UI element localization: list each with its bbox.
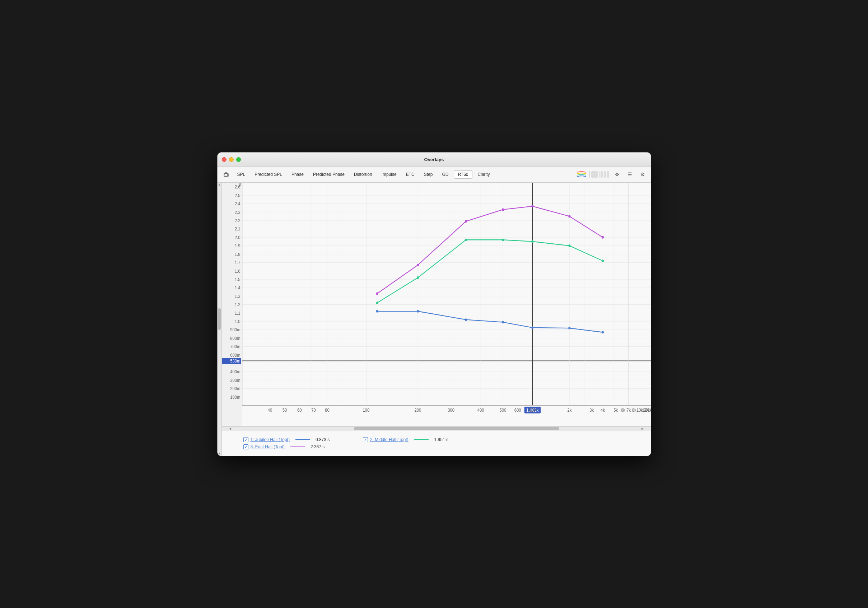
h-scrollbar[interactable]: ◀ ▶ [222, 426, 651, 431]
svg-text:300: 300 [448, 407, 454, 413]
svg-text:2.4: 2.4 [234, 201, 240, 206]
svg-text:1.2: 1.2 [234, 302, 240, 307]
svg-point-93 [416, 263, 418, 266]
legend-label-2[interactable]: 2: Middle Hall (Topt) [370, 437, 409, 442]
tab-clarity[interactable]: Clarity [474, 170, 494, 179]
tab-etc[interactable]: ETC [402, 170, 418, 179]
svg-point-80 [465, 318, 467, 321]
tab-rt60[interactable]: RT60 [454, 170, 472, 179]
svg-text:s: s [239, 183, 241, 187]
svg-point-97 [568, 215, 570, 218]
main-area: ▲ ▼ [217, 183, 651, 456]
legend-value-2: 1.951 s [434, 437, 456, 442]
legend-checkbox-3[interactable] [243, 444, 248, 449]
svg-point-81 [502, 321, 504, 323]
tab-predicted-spl[interactable]: Predicted SPL [251, 170, 286, 179]
tab-spl[interactable]: SPL [233, 170, 250, 179]
legend-item-3: 3: East Hall (Topt) [243, 444, 285, 449]
tab-gd[interactable]: GD [438, 170, 452, 179]
svg-text:7k: 7k [626, 407, 631, 413]
svg-text:70: 70 [311, 407, 316, 413]
svg-point-95 [502, 208, 504, 211]
y-scrollbar-thumb[interactable] [218, 308, 221, 330]
svg-text:800m: 800m [230, 336, 240, 341]
svg-text:1.6: 1.6 [234, 268, 240, 274]
svg-point-86 [416, 276, 418, 279]
svg-text:600: 600 [514, 407, 521, 413]
tab-phase[interactable]: Phase [288, 170, 308, 179]
legend-line-1 [295, 439, 310, 440]
svg-text:2k: 2k [567, 407, 572, 413]
move-icon[interactable]: ✥ [612, 169, 622, 179]
svg-text:1.8: 1.8 [234, 252, 240, 257]
chart-area[interactable]: 2.6 2.5 2.4 2.3 2.2 2.1 2.0 1.9 1.8 1.7 … [222, 183, 651, 426]
svg-text:1.5: 1.5 [234, 277, 240, 282]
toolbar: SPL Predicted SPL Phase Predicted Phase … [217, 167, 651, 183]
tab-distortion[interactable]: Distortion [350, 170, 376, 179]
legend-item-2: 2: Middle Hall (Topt) [363, 437, 409, 442]
legend-label-3[interactable]: 3: East Hall (Topt) [251, 444, 285, 449]
tab-impulse[interactable]: Impulse [378, 170, 401, 179]
svg-point-98 [601, 236, 603, 238]
svg-point-90 [568, 244, 570, 247]
svg-text:1.9: 1.9 [234, 243, 240, 248]
legend-line-3 [290, 447, 305, 447]
svg-text:300m: 300m [230, 377, 240, 383]
maximize-button[interactable] [236, 157, 241, 162]
chart-container: 2.6 2.5 2.4 2.3 2.2 2.1 2.0 1.9 1.8 1.7 … [222, 183, 651, 456]
svg-point-78 [376, 310, 378, 312]
list-icon[interactable]: ☰ [625, 169, 635, 179]
svg-text:400m: 400m [230, 369, 240, 374]
h-scrollbar-thumb[interactable] [354, 427, 559, 430]
legend-checkbox-2[interactable] [363, 437, 368, 442]
window-title: Overlays [424, 157, 444, 162]
svg-point-94 [465, 220, 467, 223]
scroll-up-arrow[interactable]: ▲ [218, 183, 221, 186]
svg-text:8k: 8k [632, 407, 637, 413]
svg-text:40: 40 [267, 407, 272, 413]
svg-text:2.3: 2.3 [234, 209, 240, 215]
svg-text:200: 200 [414, 407, 421, 413]
svg-point-85 [376, 302, 378, 304]
svg-text:600m: 600m [230, 352, 240, 357]
svg-point-87 [465, 238, 467, 241]
svg-text:2.1: 2.1 [234, 226, 240, 232]
tab-predicted-phase[interactable]: Predicted Phase [309, 170, 349, 179]
close-button[interactable] [222, 157, 226, 162]
minimize-button[interactable] [229, 157, 234, 162]
svg-text:1.0: 1.0 [234, 319, 240, 324]
svg-text:800: 800 [529, 407, 536, 413]
gear-icon[interactable]: ⚙ [638, 169, 648, 179]
svg-text:4k: 4k [601, 407, 605, 413]
legend-label-1[interactable]: 1: Jubilee Hall (Topt) [251, 437, 290, 442]
svg-text:2.5: 2.5 [234, 193, 240, 198]
toolbar-camera-icon[interactable] [220, 169, 232, 180]
svg-text:60: 60 [297, 407, 302, 413]
svg-text:400: 400 [477, 407, 484, 413]
svg-point-83 [568, 326, 570, 329]
svg-point-91 [601, 260, 603, 262]
legend-checkbox-1[interactable] [243, 437, 248, 442]
svg-point-92 [376, 292, 378, 295]
traffic-lights [222, 157, 241, 162]
svg-text:1.3: 1.3 [234, 294, 240, 299]
svg-point-82 [531, 326, 533, 329]
legend-row-1: 1: Jubilee Hall (Topt) 0.873 s 2: Middle… [243, 437, 629, 442]
main-window: Overlays SPL Predicted SPL Phase Predict… [217, 152, 651, 456]
legend-value-3: 2.367 s [310, 444, 332, 449]
svg-text:100: 100 [363, 407, 369, 413]
tab-step[interactable]: Step [420, 170, 437, 179]
svg-text:1.1: 1.1 [234, 310, 240, 316]
svg-text:500: 500 [499, 407, 506, 413]
svg-text:80: 80 [325, 407, 330, 413]
scroll-down-arrow[interactable]: ▼ [218, 452, 221, 455]
svg-text:100m: 100m [230, 395, 240, 400]
y-scroll[interactable]: ▲ ▼ [217, 183, 222, 456]
legend-line-2 [414, 439, 429, 440]
legend-item-1: 1: Jubilee Hall (Topt) [243, 437, 290, 442]
toolbar-right: ✥ ☰ ⚙ [577, 169, 648, 179]
scroll-right-arrow[interactable]: ▶ [642, 427, 644, 430]
overlay-icon[interactable] [577, 169, 587, 179]
svg-text:6k: 6k [621, 407, 625, 413]
h-scrollbar-track [231, 427, 642, 430]
